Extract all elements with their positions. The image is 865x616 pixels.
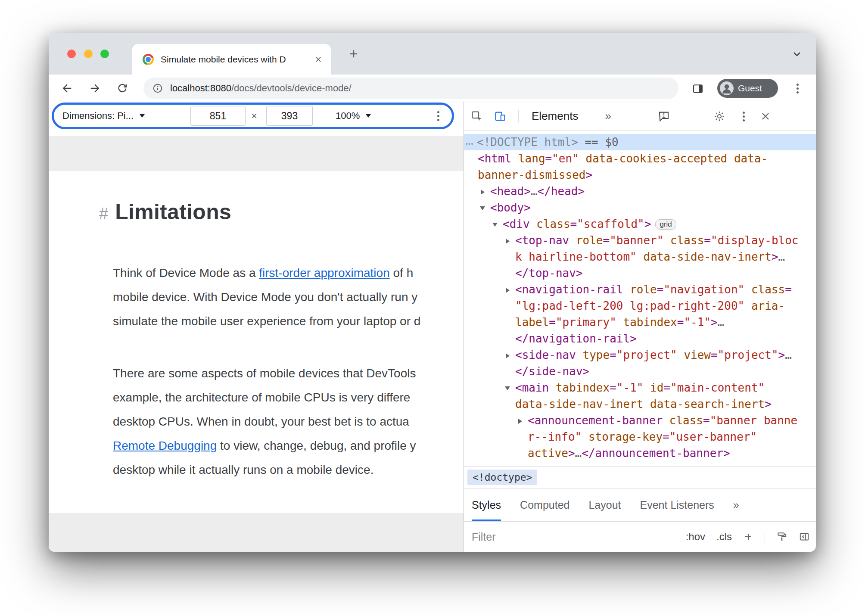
text-run: example, the architecture of mobile CPUs…	[113, 391, 410, 404]
reload-icon[interactable]	[116, 82, 128, 94]
code-sp	[616, 316, 623, 329]
dom-tree-line[interactable]: <top-nav role="banner" class="display-bl…	[464, 232, 816, 249]
new-style-rule-icon[interactable]	[743, 532, 753, 542]
more-tabs-icon[interactable]: »	[605, 109, 611, 123]
back-icon[interactable]	[61, 82, 73, 94]
inspect-element-icon[interactable]	[471, 110, 483, 122]
text-link[interactable]: Remote Debugging	[113, 439, 217, 452]
tab-elements[interactable]: Elements	[532, 109, 578, 123]
code-sp	[623, 283, 630, 296]
code-val: r--info"	[528, 430, 582, 443]
text-link[interactable]: first-order approximation	[259, 266, 389, 280]
code-val: "project"	[616, 348, 677, 361]
profile-chevron-icon[interactable]	[791, 48, 803, 60]
url-path: /docs/devtools/device-mode/	[231, 83, 352, 93]
code-val: "main-content"	[670, 381, 765, 394]
dom-tree-line[interactable]: <side-nav type="project" view="project">…	[464, 347, 816, 363]
code-punct: <	[490, 185, 497, 198]
new-tab-button[interactable]	[348, 48, 360, 60]
paragraph-line: mobile device. With Device Mode you don'…	[49, 285, 464, 309]
browser-menu-icon[interactable]	[792, 82, 804, 94]
dom-tree-line[interactable]: <main tabindex="-1" id="main-content"	[464, 380, 816, 396]
console-messages-icon[interactable]: 1	[657, 110, 670, 123]
dom-tree-line[interactable]: k hairline-bottom" data-side-nav-inert>…	[464, 249, 816, 265]
code-punct: =	[657, 283, 664, 296]
toggle-classes-button[interactable]: .cls	[716, 531, 732, 543]
code-sp	[744, 283, 751, 296]
code-val: "navigation"	[663, 283, 744, 296]
tab-event-listeners[interactable]: Event Listeners	[640, 488, 714, 521]
computed-sidebar-toggle-icon[interactable]	[799, 531, 810, 542]
paragraph-line: Think of Device Mode as a first-order ap…	[49, 261, 464, 285]
paint-roller-icon[interactable]	[776, 531, 787, 542]
dom-tree-line[interactable]: <div class="scaffold">grid	[464, 216, 816, 232]
more-sidebar-tabs-icon[interactable]: »	[733, 488, 739, 521]
toggle-hover-state-button[interactable]: :hov	[686, 531, 705, 543]
minimize-window-button[interactable]	[84, 50, 93, 58]
tab-styles[interactable]: Styles	[472, 488, 501, 521]
code-sp	[663, 234, 670, 247]
code-val: "scaffold"	[577, 218, 644, 230]
viewport-width-input[interactable]	[190, 106, 246, 126]
text-run: desktop CPUs. When in doubt, your best b…	[113, 415, 409, 428]
code-punct: >	[578, 185, 585, 198]
side-panel-icon[interactable]	[692, 83, 704, 95]
dom-tree-line[interactable]: r--info" storage-key="user-banner"	[464, 429, 816, 445]
code-tag: announcement-banner	[535, 414, 663, 427]
code-attr: role	[630, 283, 657, 296]
expand-arrow-icon[interactable]	[506, 288, 510, 293]
dom-tree-line[interactable]: </side-nav>	[464, 363, 816, 380]
code-val: "en"	[552, 152, 579, 165]
devtools-menu-icon[interactable]	[743, 111, 745, 122]
forward-icon[interactable]	[89, 82, 101, 94]
tab-computed[interactable]: Computed	[520, 488, 569, 521]
code-sp	[663, 414, 669, 427]
close-window-button[interactable]	[67, 50, 76, 58]
maximize-window-button[interactable]	[100, 50, 109, 58]
tab-close-icon[interactable]	[314, 55, 323, 64]
zoom-dropdown[interactable]: 100%	[336, 102, 371, 130]
dom-tree-line[interactable]: active>…</announcement-banner>	[464, 445, 816, 461]
device-toolbar-menu-icon[interactable]	[437, 110, 440, 121]
dom-tree-line[interactable]: <navigation-rail role="navigation" class…	[464, 281, 816, 298]
collapse-arrow-icon[interactable]	[480, 206, 485, 210]
device-mode-margin-bottom	[49, 513, 464, 552]
viewport-height-input[interactable]	[266, 106, 313, 126]
browser-tab[interactable]: Simulate mobile devices with D	[132, 44, 331, 75]
collapse-arrow-icon[interactable]	[492, 223, 498, 227]
paragraph-line: simulate the mobile user experience from…	[49, 309, 464, 333]
code-punct: =	[703, 414, 710, 427]
dom-tree-line[interactable]: <head>…</head>	[464, 183, 816, 199]
breadcrumb-doctype[interactable]: <!doctype>	[467, 470, 537, 485]
expand-arrow-icon[interactable]	[518, 419, 522, 424]
profile-button[interactable]: Guest	[717, 79, 778, 98]
text-run: of h	[390, 266, 413, 280]
grid-badge[interactable]: grid	[655, 219, 676, 230]
dom-tree-line[interactable]: </top-nav>	[464, 265, 816, 281]
styles-filter-input[interactable]	[472, 531, 601, 543]
site-info-icon[interactable]	[152, 83, 163, 94]
dimensions-dropdown[interactable]: Dimensions: Pi...	[62, 102, 145, 130]
dom-tree-line[interactable]: •••<!DOCTYPE html> == $0	[464, 134, 816, 150]
gear-icon[interactable]	[713, 110, 725, 122]
collapse-arrow-icon[interactable]	[505, 386, 510, 390]
dom-tree-line[interactable]: label="primary" tabindex="-1">…	[464, 314, 816, 330]
dom-tree-line[interactable]: data-side-nav-inert data-search-inert>	[464, 396, 816, 412]
expand-arrow-icon[interactable]	[481, 190, 485, 195]
dom-tree-line[interactable]: <body>	[464, 199, 816, 216]
code-punct: <	[515, 381, 522, 394]
address-bar[interactable]: localhost:8080/docs/devtools/device-mode…	[143, 78, 678, 99]
dom-tree-line[interactable]: <announcement-banner class="banner banne	[464, 412, 816, 429]
dom-tree-line[interactable]: </navigation-rail>	[464, 330, 816, 347]
expand-arrow-icon[interactable]	[506, 353, 510, 358]
tab-layout[interactable]: Layout	[588, 488, 621, 521]
dom-tree-line[interactable]: banner-dismissed>	[464, 167, 816, 183]
dom-tree-line[interactable]: <html lang="en" data-cookies-accepted da…	[464, 150, 816, 167]
paragraph-line: desktop while it actually runs on a mobi…	[49, 458, 464, 482]
expand-arrow-icon[interactable]	[506, 239, 510, 244]
device-toolbar-toggle-icon[interactable]	[494, 110, 506, 122]
code-punct: >	[630, 332, 637, 345]
heading-anchor-hash[interactable]: #	[99, 205, 108, 223]
dom-tree-line[interactable]: "lg:pad-left-200 lg:pad-right-200" aria-	[464, 298, 816, 314]
close-icon[interactable]	[760, 111, 771, 122]
